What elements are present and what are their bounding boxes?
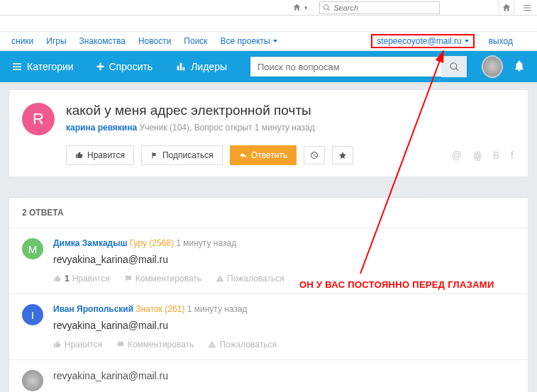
home-icon <box>502 3 511 13</box>
social-share: @ ꙮ B f <box>452 150 528 161</box>
answer-time: 1 минуту назад <box>176 238 236 248</box>
question-card: R какой у меня адрес электронной почты к… <box>9 89 528 177</box>
nav-link[interactable]: Знакомства <box>79 36 126 46</box>
browser-icon-group: ▾ <box>292 3 308 12</box>
logout-link[interactable]: выход <box>489 36 513 46</box>
answer-comment[interactable]: Комментировать <box>116 340 194 349</box>
user-email-dropdown[interactable]: stepeecoyote@mail.ru <box>371 34 475 48</box>
caret-down-icon <box>273 40 277 43</box>
reply-icon <box>239 151 248 159</box>
answers-header: 2 ОТВЕТА <box>9 198 528 228</box>
answer-input[interactable]: revyakina_karina@mail.ru <box>53 370 515 381</box>
asker-name[interactable]: карина ревякина <box>66 123 137 133</box>
search-icon <box>449 62 460 72</box>
caret-down-icon <box>465 40 469 43</box>
asker-avatar[interactable]: R <box>22 103 55 135</box>
warning-icon <box>208 340 216 349</box>
home-dropdown-icon[interactable] <box>292 3 301 12</box>
answer-comment[interactable]: Комментировать <box>124 274 201 284</box>
search-icon <box>323 4 331 12</box>
user-avatar[interactable] <box>482 55 503 78</box>
hamburger-button[interactable] <box>521 3 533 13</box>
home-button[interactable] <box>499 1 514 15</box>
main-toolbar: Категории + Спросить Лидеры <box>0 51 537 82</box>
question-search <box>250 56 467 77</box>
list-icon <box>11 61 23 72</box>
answer-report[interactable]: Пожаловаться <box>208 340 277 349</box>
browser-search[interactable] <box>319 1 440 14</box>
current-user-avatar[interactable] <box>22 370 43 391</box>
plus-icon: + <box>96 60 105 74</box>
question-actions: Нравится Подписаться Ответить @ ꙮ B f <box>9 145 528 177</box>
block-icon <box>310 151 319 159</box>
top-nav: сники Игры Знакомства Новости Поиск Все … <box>0 31 537 51</box>
ask-button[interactable]: + Спросить <box>96 60 153 74</box>
answers-card: 2 ОТВЕТА М Димка Замкадыш Гуру (2568) 1 … <box>9 197 528 392</box>
hamburger-icon <box>521 3 533 13</box>
nav-all-projects[interactable]: Все проекты <box>221 36 277 46</box>
browser-toolbar: ▾ <box>0 0 537 16</box>
answer-button[interactable]: Ответить <box>230 145 297 165</box>
answerer-name[interactable]: Иван Яропольский <box>53 304 133 314</box>
thumbs-up-icon <box>75 151 84 159</box>
annotation-text: ОН У ВАС ПОСТОЯННО ПЕРЕД ГЛАЗАМИ <box>299 279 494 290</box>
browser-search-input[interactable] <box>331 4 436 12</box>
answerer-rank: Гуру (2568) <box>130 238 174 248</box>
warning-icon <box>216 274 224 283</box>
answer-like[interactable]: 1Нравится <box>53 274 110 284</box>
answerer-rank: Знаток (261) <box>135 304 184 314</box>
comment-icon <box>124 274 133 283</box>
share-vk-icon[interactable]: B <box>493 150 499 161</box>
comment-icon <box>116 340 125 349</box>
share-at-icon[interactable]: @ <box>452 150 462 161</box>
answer-item: I Иван Яропольский Знаток (261) 1 минуту… <box>9 294 528 360</box>
answerer-avatar[interactable]: М <box>22 238 43 259</box>
answer-meta: Иван Яропольский Знаток (261) 1 минуту н… <box>53 304 515 314</box>
bell-icon <box>513 60 526 72</box>
chart-icon <box>175 61 187 72</box>
answerer-name[interactable]: Димка Замкадыш <box>53 238 127 248</box>
answer-text: revyakina_karina@mail.ru <box>53 320 515 331</box>
star-icon <box>338 151 347 159</box>
nav-link[interactable]: Новости <box>138 36 171 46</box>
answer-report[interactable]: Пожаловаться <box>216 274 284 284</box>
subscribe-button[interactable]: Подписаться <box>141 145 223 165</box>
leaders-button[interactable]: Лидеры <box>175 61 227 72</box>
favorite-button[interactable] <box>332 146 353 164</box>
flag-icon <box>150 151 159 159</box>
user-email: stepeecoyote@mail.ru <box>377 36 462 46</box>
block-button[interactable] <box>304 146 325 164</box>
like-button[interactable]: Нравится <box>66 145 134 165</box>
answerer-avatar[interactable]: I <box>22 304 43 325</box>
thumbs-up-icon <box>53 340 62 349</box>
nav-link[interactable]: Поиск <box>184 36 207 46</box>
content-area: R какой у меня адрес электронной почты к… <box>0 82 537 392</box>
share-ok-icon[interactable]: ꙮ <box>473 150 482 161</box>
categories-button[interactable]: Категории <box>11 61 74 72</box>
answer-time: 1 минуту назад <box>187 304 248 314</box>
thumbs-up-icon <box>53 274 62 283</box>
nav-link[interactable]: сники <box>11 36 33 46</box>
notifications-button[interactable] <box>513 60 526 74</box>
answer-meta: Димка Замкадыш Гуру (2568) 1 минуту наза… <box>53 238 515 248</box>
question-meta: карина ревякина Ученик (104), Вопрос отк… <box>66 123 515 133</box>
answer-like[interactable]: Нравится <box>53 340 102 349</box>
nav-link[interactable]: Игры <box>46 36 66 46</box>
question-title: какой у меня адрес электронной почты <box>66 103 515 118</box>
share-fb-icon[interactable]: f <box>511 150 514 161</box>
search-button[interactable] <box>441 56 467 77</box>
answer-input-row: revyakina_karina@mail.ru <box>9 360 528 392</box>
question-search-input[interactable] <box>250 62 441 72</box>
answer-text: revyakina_karina@mail.ru <box>53 254 515 265</box>
